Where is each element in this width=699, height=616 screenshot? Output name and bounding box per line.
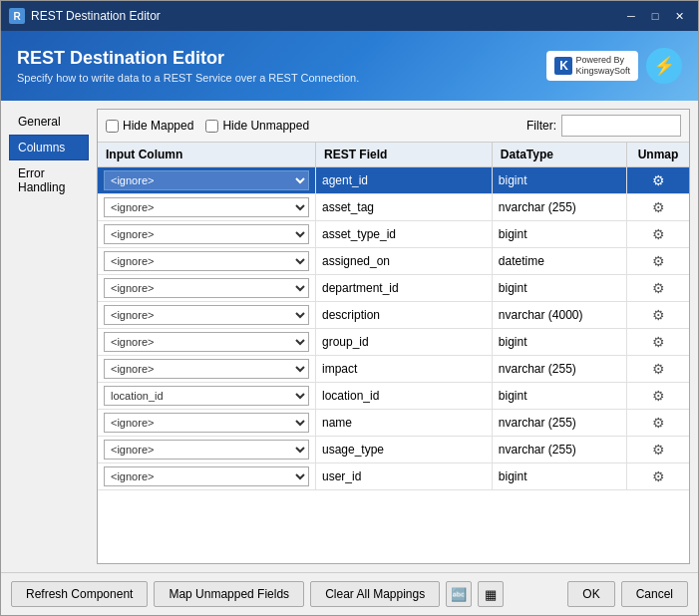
unmap-button[interactable]: ⚙: [652, 388, 665, 404]
unmap-button[interactable]: ⚙: [652, 334, 665, 350]
unmap-button[interactable]: ⚙: [652, 415, 665, 431]
header-subtitle: Specify how to write data to a REST Serv…: [17, 72, 359, 84]
rest-field-cell: group_id: [315, 329, 492, 356]
table-row[interactable]: <ignore>user_idbigint⚙: [98, 463, 689, 490]
close-button[interactable]: ✕: [668, 7, 690, 25]
input-column-select[interactable]: <ignore>: [104, 466, 309, 486]
left-nav: General Columns Error Handling: [9, 109, 89, 564]
hide-mapped-checkbox-label[interactable]: Hide Mapped: [106, 119, 193, 133]
filter-label: Filter:: [526, 119, 556, 133]
input-column-select[interactable]: <ignore>: [104, 332, 309, 352]
input-col-cell: <ignore>: [98, 410, 315, 437]
table-row[interactable]: <ignore>namenvarchar (255)⚙: [98, 410, 689, 437]
filter-input[interactable]: [561, 115, 681, 137]
col-header-input: Input Column: [98, 143, 315, 167]
hide-unmapped-checkbox[interactable]: [205, 120, 218, 133]
input-column-select[interactable]: <ignore>: [104, 440, 309, 460]
clear-all-button[interactable]: Clear All Mappings: [310, 581, 440, 607]
input-column-select[interactable]: <ignore>: [104, 224, 309, 244]
maximize-button[interactable]: □: [644, 7, 666, 25]
table-row[interactable]: <ignore>usage_typenvarchar (255)⚙: [98, 437, 689, 463]
rest-field-cell: usage_type: [315, 437, 492, 463]
input-column-select[interactable]: <ignore>: [104, 251, 309, 271]
table-row[interactable]: <ignore>asset_tagnvarchar (255)⚙: [98, 194, 689, 221]
unmap-button[interactable]: ⚙: [652, 361, 665, 377]
unmap-cell: ⚙: [627, 356, 689, 383]
kingsway-badge: K Powered By KingswaySoft: [546, 51, 638, 81]
unmap-cell: ⚙: [627, 410, 689, 437]
col-header-datatype: DataType: [492, 143, 626, 167]
title-bar-left: R REST Destination Editor: [9, 8, 161, 24]
unmap-cell: ⚙: [627, 302, 689, 329]
rest-field-cell: asset_tag: [315, 194, 492, 221]
unmap-button[interactable]: ⚙: [652, 172, 665, 188]
datatype-cell: bigint: [492, 463, 626, 490]
cancel-button[interactable]: Cancel: [621, 581, 688, 607]
mapping-table: Input Column REST Field DataType Unmap <…: [98, 143, 689, 490]
icon-button-2[interactable]: ▦: [478, 581, 504, 607]
table-row[interactable]: <ignore>assigned_ondatetime⚙: [98, 248, 689, 275]
datatype-cell: nvarchar (4000): [492, 302, 626, 329]
table-row[interactable]: <ignore>department_idbigint⚙: [98, 275, 689, 302]
datatype-cell: bigint: [492, 329, 626, 356]
input-col-cell: <ignore>: [98, 356, 315, 383]
brand-name-text: KingswaySoft: [575, 66, 630, 77]
nav-item-general[interactable]: General: [9, 109, 89, 135]
input-col-cell: <ignore>: [98, 329, 315, 356]
unmap-button[interactable]: ⚙: [652, 226, 665, 242]
input-column-select[interactable]: <ignore>: [104, 278, 309, 298]
unmap-cell: ⚙: [627, 167, 689, 194]
hide-unmapped-label: Hide Unmapped: [222, 119, 309, 133]
unmap-button[interactable]: ⚙: [652, 468, 665, 484]
table-row[interactable]: <ignore>impactnvarchar (255)⚙: [98, 356, 689, 383]
input-col-cell: <ignore>: [98, 463, 315, 490]
unmap-button[interactable]: ⚙: [652, 199, 665, 215]
datatype-cell: datetime: [492, 248, 626, 275]
hide-mapped-label: Hide Mapped: [123, 119, 193, 133]
table-row[interactable]: <ignore>agent_idbigint⚙: [98, 167, 689, 194]
input-col-cell: <ignore>: [98, 302, 315, 329]
input-column-select[interactable]: location_id: [104, 386, 309, 406]
table-row[interactable]: <ignore>asset_type_idbigint⚙: [98, 221, 689, 248]
k-logo-icon: K: [554, 57, 572, 75]
rest-field-cell: impact: [315, 356, 492, 383]
unmap-button[interactable]: ⚙: [652, 307, 665, 323]
unmap-button[interactable]: ⚙: [652, 442, 665, 458]
map-unmapped-button[interactable]: Map Unmapped Fields: [154, 581, 304, 607]
refresh-component-button[interactable]: Refresh Component: [11, 581, 148, 607]
hide-mapped-checkbox[interactable]: [106, 120, 119, 133]
table-row[interactable]: location_idlocation_idbigint⚙: [98, 383, 689, 410]
powered-by-text: Powered By: [575, 55, 630, 66]
unmap-cell: ⚙: [627, 437, 689, 463]
header-text: REST Destination Editor Specify how to w…: [17, 48, 359, 84]
input-column-select[interactable]: <ignore>: [104, 197, 309, 217]
unmap-button[interactable]: ⚙: [652, 253, 665, 269]
input-col-cell: location_id: [98, 383, 315, 410]
input-col-cell: <ignore>: [98, 275, 315, 302]
input-column-select[interactable]: <ignore>: [104, 413, 309, 433]
table-header-row: Input Column REST Field DataType Unmap: [98, 143, 689, 167]
unmap-cell: ⚙: [627, 383, 689, 410]
rest-field-cell: agent_id: [315, 167, 492, 194]
icon-button-1[interactable]: 🔤: [446, 581, 472, 607]
unmap-cell: ⚙: [627, 275, 689, 302]
datatype-cell: bigint: [492, 275, 626, 302]
unmap-cell: ⚙: [627, 221, 689, 248]
ok-button[interactable]: OK: [567, 581, 614, 607]
nav-item-error-handling[interactable]: Error Handling: [9, 160, 89, 200]
table-row[interactable]: <ignore>group_idbigint⚙: [98, 329, 689, 356]
input-column-select[interactable]: <ignore>: [104, 305, 309, 325]
nav-item-columns[interactable]: Columns: [9, 135, 89, 160]
header-title: REST Destination Editor: [17, 48, 359, 69]
datatype-cell: nvarchar (255): [492, 437, 626, 463]
rest-field-cell: user_id: [315, 463, 492, 490]
input-column-select[interactable]: <ignore>: [104, 170, 309, 190]
minimize-button[interactable]: ─: [620, 7, 642, 25]
input-column-select[interactable]: <ignore>: [104, 359, 309, 379]
unmap-button[interactable]: ⚙: [652, 280, 665, 296]
brand-text: Powered By KingswaySoft: [575, 55, 630, 77]
hide-unmapped-checkbox-label[interactable]: Hide Unmapped: [205, 119, 309, 133]
unmap-cell: ⚙: [627, 463, 689, 490]
app-icon: R: [9, 8, 25, 24]
table-row[interactable]: <ignore>descriptionnvarchar (4000)⚙: [98, 302, 689, 329]
